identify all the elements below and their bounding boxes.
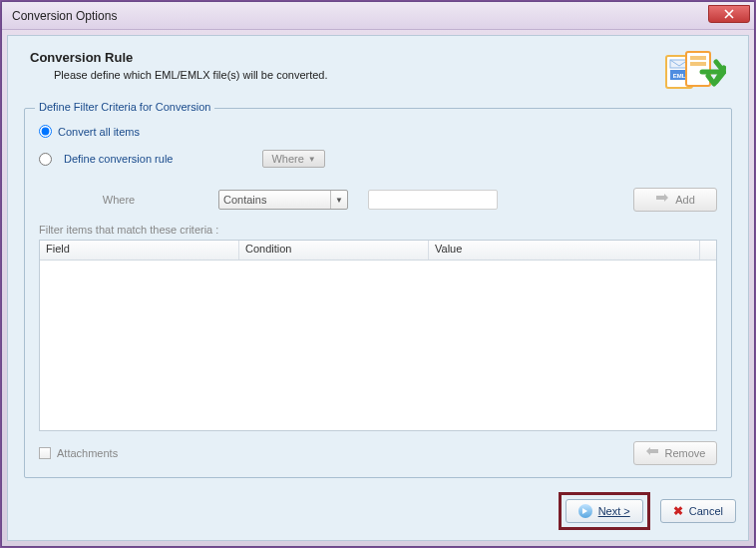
chevron-down-icon: ▼ (308, 155, 316, 164)
where-label: Where (39, 194, 198, 206)
header-zone: Conversion Rule Please define which EML/… (8, 36, 748, 104)
next-button-label: Next > (598, 505, 630, 517)
footer: Next > ✖ Cancel (8, 482, 748, 540)
criteria-table: Field Condition Value (39, 240, 717, 431)
where-condition-row: Where Contains ▼ Add (39, 188, 717, 212)
radio-define-rule[interactable]: Define conversion rule (39, 153, 173, 166)
filter-criteria-fieldset: Define Filter Criteria for Conversion Co… (24, 108, 732, 478)
add-icon (655, 193, 669, 207)
column-spacer (700, 241, 716, 260)
content-panel: Conversion Rule Please define which EML/… (7, 35, 749, 541)
close-icon (724, 9, 734, 19)
condition-combobox[interactable]: Contains ▼ (218, 190, 348, 210)
radio-define-rule-label: Define conversion rule (64, 153, 173, 165)
radio-define-rule-input[interactable] (39, 153, 52, 166)
header-text: Conversion Rule Please define which EML/… (30, 50, 328, 81)
next-button-highlight: Next > (559, 492, 650, 530)
remove-icon (645, 446, 659, 460)
column-condition[interactable]: Condition (239, 241, 429, 260)
radio-define-rule-row: Define conversion rule Where ▼ (39, 150, 717, 168)
attachments-label: Attachments (57, 447, 118, 459)
arrow-right-icon (578, 504, 592, 518)
cancel-button[interactable]: ✖ Cancel (660, 499, 736, 523)
table-header: Field Condition Value (40, 241, 716, 261)
remove-button-label: Remove (665, 447, 706, 459)
where-button-label: Where (271, 153, 303, 165)
column-value[interactable]: Value (429, 241, 700, 260)
column-field[interactable]: Field (40, 241, 239, 260)
attachments-checkbox[interactable]: Attachments (39, 447, 118, 459)
radio-convert-all-input[interactable] (39, 125, 52, 138)
where-dropdown-button[interactable]: Where ▼ (262, 150, 324, 168)
fieldset-legend: Define Filter Criteria for Conversion (35, 101, 214, 113)
table-body (40, 261, 716, 430)
window-frame: Conversion Options Conversion Rule Pleas… (1, 1, 755, 547)
criteria-instruction: Filter items that match these criteria : (39, 224, 717, 236)
svg-text:EML: EML (673, 73, 686, 79)
fieldset-bottom-row: Attachments Remove (39, 441, 717, 465)
titlebar: Conversion Options (2, 2, 754, 30)
svg-rect-6 (690, 62, 706, 66)
window-title: Conversion Options (12, 9, 117, 23)
remove-button[interactable]: Remove (633, 441, 717, 465)
cancel-button-label: Cancel (689, 505, 723, 517)
svg-rect-5 (690, 56, 706, 60)
add-button[interactable]: Add (633, 188, 717, 212)
chevron-down-icon: ▼ (330, 191, 343, 209)
condition-selected-value: Contains (223, 194, 266, 206)
eml-conversion-icon: EML (664, 50, 726, 94)
radio-convert-all-label: Convert all items (58, 126, 140, 138)
value-input[interactable] (368, 190, 498, 210)
checkbox-icon (39, 447, 51, 459)
cancel-x-icon: ✖ (673, 504, 683, 518)
page-subtitle: Please define which EML/EMLX file(s) wil… (30, 69, 328, 81)
window-close-button[interactable] (708, 5, 750, 23)
next-button[interactable]: Next > (566, 499, 643, 523)
radio-convert-all[interactable]: Convert all items (39, 125, 717, 138)
add-button-label: Add (675, 194, 695, 206)
page-title: Conversion Rule (30, 50, 328, 65)
